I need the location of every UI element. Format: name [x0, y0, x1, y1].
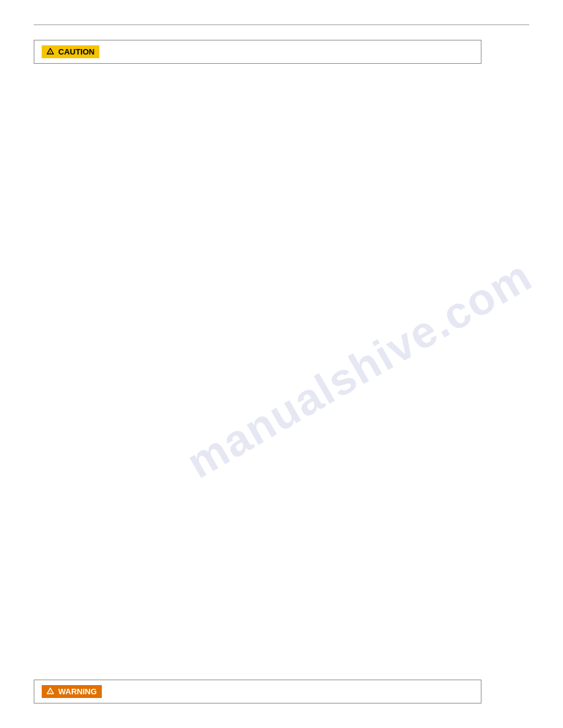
caution-box: ! CAUTION	[34, 40, 481, 64]
svg-text:!: !	[50, 691, 51, 694]
warning-badge: ! WARNING	[42, 685, 102, 698]
caution-triangle-icon: !	[47, 47, 54, 56]
warning-box: ! WARNING	[34, 680, 481, 703]
content-area	[34, 76, 529, 628]
top-divider	[34, 25, 529, 25]
svg-text:!: !	[50, 51, 51, 55]
warning-triangle-icon: !	[47, 687, 54, 696]
caution-badge: ! CAUTION	[42, 45, 99, 58]
caution-label: CAUTION	[58, 47, 94, 56]
warning-label: WARNING	[58, 687, 97, 696]
page-container: ! CAUTION manualshive.com ! WARNING	[0, 0, 563, 728]
